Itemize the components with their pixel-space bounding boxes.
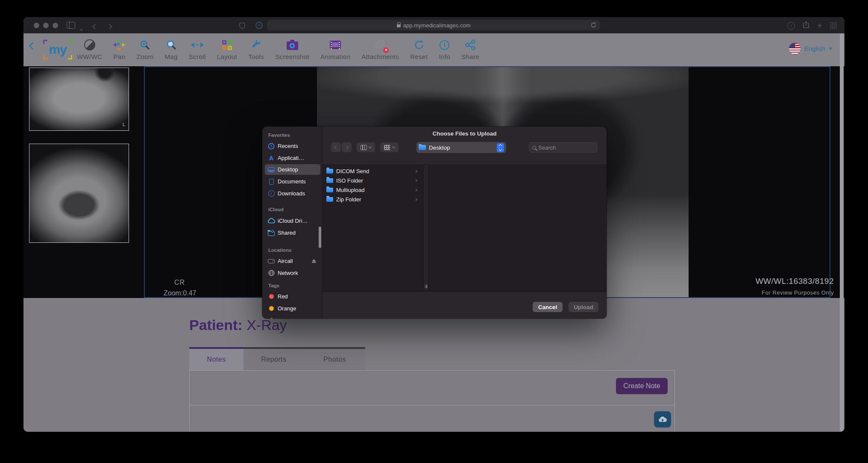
search-icon	[532, 146, 536, 150]
favorites-section-label: Favorites	[268, 133, 290, 138]
sidebar-item-downloads[interactable]: ↓ Downloads	[265, 188, 320, 199]
sidebar-item-tag-red[interactable]: Red	[265, 291, 320, 302]
toolbar-item-pan[interactable]: Pan	[113, 38, 125, 60]
review-notice: For Review Purposes Only	[762, 289, 834, 296]
wrench-icon	[251, 38, 262, 51]
browser-forward-button[interactable]	[108, 23, 111, 30]
notes-card: Create Note	[189, 370, 675, 432]
file-row-zip-folder[interactable]: Zip Folder	[323, 195, 423, 204]
sidebar-item-shared[interactable]: Shared	[265, 227, 320, 238]
popup-stepper-icon	[497, 143, 504, 152]
sidebar-item-aircall[interactable]: Aircall	[265, 256, 320, 266]
logo-corner	[68, 55, 72, 59]
sidebar-toggle-icon[interactable]	[67, 22, 75, 29]
sidebar-item-tag-orange[interactable]: Orange	[265, 303, 320, 314]
toolbar-item-share[interactable]: Share	[461, 38, 479, 60]
extension-icon[interactable]	[255, 22, 263, 29]
file-row-iso-folder[interactable]: ISO Folder	[323, 176, 423, 185]
create-note-button[interactable]: Create Note	[616, 378, 668, 394]
chevron-down-icon[interactable]	[80, 24, 82, 32]
eject-icon[interactable]	[312, 259, 316, 263]
downloads-circle-icon: ↓	[267, 190, 275, 197]
dialog-sidebar: Favorites Recents A Applicati… Desktop D…	[262, 127, 323, 318]
series-thumbnail-abdomen[interactable]: L	[29, 68, 129, 131]
sidebar-item-tag-yellow[interactable]: Yellow	[265, 315, 320, 318]
chevron-right-icon	[414, 198, 417, 201]
column-view-button[interactable]	[357, 142, 375, 152]
downloads-icon[interactable]: ↓	[787, 22, 795, 29]
dialog-title: Choose Files to Upload	[323, 130, 607, 137]
file-dialog: Favorites Recents A Applicati… Desktop D…	[262, 127, 607, 318]
language-label: English	[804, 45, 825, 52]
toolbar-item-tools[interactable]: Tools	[248, 38, 264, 60]
titlebar-right-icons: ↓ +	[787, 21, 837, 30]
sidebar-item-network[interactable]: Network	[265, 268, 320, 278]
url-bar[interactable]: app.mymedicalimages.com	[267, 20, 600, 30]
toolbar-item-animation[interactable]: Animation	[320, 38, 350, 60]
privacy-shield-icon[interactable]	[239, 22, 245, 31]
page-scrollbar[interactable]	[840, 33, 844, 432]
toolbar-item-scroll[interactable]: Scroll	[189, 38, 206, 60]
location-popup[interactable]: Desktop	[416, 142, 506, 153]
app-logo[interactable]: my	[43, 40, 72, 59]
dialog-back-button[interactable]	[331, 142, 341, 152]
sidebar-item-documents[interactable]: Documents	[265, 176, 320, 187]
patient-title: Patient: X-Ray	[189, 317, 287, 333]
logo-corner	[43, 55, 47, 59]
logo-corner	[68, 40, 72, 44]
toolbar-item-info[interactable]: i Info	[439, 38, 450, 60]
logo-corner	[43, 40, 47, 44]
upload-attachment-button[interactable]	[654, 411, 671, 428]
app-back-button[interactable]	[30, 43, 35, 50]
column-resize-handle[interactable]	[425, 285, 427, 288]
toolbar-item-layout[interactable]: Layout	[217, 38, 237, 60]
magnifier-icon	[166, 38, 177, 51]
group-view-button[interactable]	[380, 142, 399, 152]
sidebar-item-icloud-drive[interactable]: iCloud Dri…	[265, 215, 320, 226]
sidebar-item-recents[interactable]: Recents	[265, 141, 320, 151]
toolbar-item-reset[interactable]: Reset	[410, 38, 428, 60]
minimize-window-button[interactable]	[43, 23, 49, 28]
language-selector[interactable]: English	[789, 43, 832, 54]
logo-text: my	[49, 42, 66, 56]
search-field[interactable]	[529, 142, 597, 153]
sidebar-item-desktop[interactable]: Desktop	[265, 164, 320, 175]
folder-icon	[326, 169, 333, 174]
paperclip-icon: ×	[375, 38, 386, 51]
file-row-multiupload[interactable]: Multiupload	[323, 185, 423, 195]
attachments-badge: ×	[383, 47, 389, 53]
column-divider[interactable]	[423, 165, 429, 291]
toolbar-item-screenshot[interactable]: Screenshot	[275, 38, 309, 60]
file-row-dicom-send[interactable]: DICOM Send	[323, 166, 423, 176]
film-strip-icon	[330, 41, 341, 49]
close-window-button[interactable]	[34, 23, 39, 28]
new-tab-icon[interactable]: +	[817, 22, 822, 29]
patient-name: X-Ray	[246, 317, 287, 333]
toolbar-item-attachments[interactable]: × Attachments	[361, 38, 399, 60]
folder-icon	[326, 188, 333, 192]
sidebar-scrollbar[interactable]	[319, 227, 321, 248]
upload-button[interactable]: Upload	[569, 302, 598, 312]
sidebar-item-applications[interactable]: A Applicati…	[265, 153, 320, 163]
browser-back-button[interactable]	[93, 23, 97, 30]
tags-section-label: Tags	[268, 283, 279, 288]
search-input[interactable]	[538, 145, 594, 151]
orange-tag-icon	[267, 306, 275, 311]
toolbar-item-wwwc[interactable]: WW/WC	[77, 38, 102, 60]
series-thumbnail-pelvis[interactable]	[29, 144, 129, 243]
tab-reports[interactable]: Reports	[243, 347, 304, 370]
tab-photos[interactable]: Photos	[304, 347, 365, 370]
tab-notes[interactable]: Notes	[189, 347, 243, 370]
dialog-forward-button[interactable]	[342, 142, 352, 152]
card-divider	[190, 405, 674, 405]
icloud-section-label: iCloud	[268, 207, 284, 212]
chevron-right-icon	[414, 188, 417, 191]
cancel-button[interactable]: Cancel	[533, 302, 563, 312]
maximize-window-button[interactable]	[53, 23, 58, 28]
toolbar-item-mag[interactable]: Mag	[164, 38, 177, 60]
desktop-icon	[267, 167, 275, 172]
tab-overview-icon[interactable]	[830, 22, 837, 29]
share-page-icon[interactable]	[803, 21, 809, 30]
toolbar-item-zoom[interactable]: Zoom	[136, 38, 153, 60]
reload-icon[interactable]	[590, 22, 597, 29]
